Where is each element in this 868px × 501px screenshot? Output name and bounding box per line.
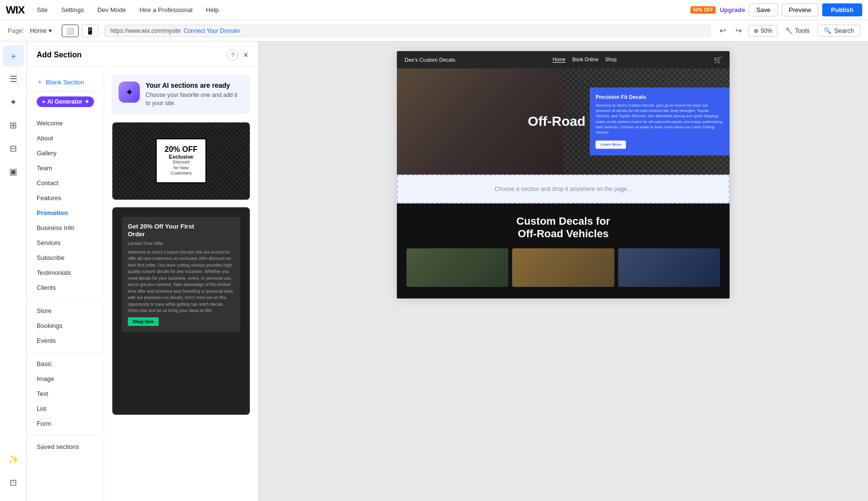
elements-sidebar-btn[interactable]: ⊞ xyxy=(3,115,24,136)
wrench-icon: 🔧 xyxy=(785,27,793,34)
second-bar-right: ↩ ↪ ⊕ 50% 🔧 Tools 🔍 Search xyxy=(717,24,860,37)
nav-item-subscribe[interactable]: Subscribe xyxy=(27,250,104,265)
url-text: https://www.wix.com/mysite xyxy=(110,27,181,34)
url-bar: https://www.wix.com/mysite Connect Your … xyxy=(104,25,711,37)
nav-item-gallery[interactable]: Gallery xyxy=(27,146,104,161)
card-dark-inner: Get 20% Off Your First Order Limited Tim… xyxy=(122,217,240,332)
discount-badge: 50% OFF xyxy=(691,6,716,14)
drop-zone-text: Choose a section and drop it anywhere on… xyxy=(495,186,632,192)
learn-more-btn[interactable]: Learn More xyxy=(596,141,626,149)
connect-domain-link[interactable]: Connect Your Domain xyxy=(184,27,240,34)
nav-item-bookings[interactable]: Bookings xyxy=(27,318,104,333)
zoom-button[interactable]: ⊕ 50% xyxy=(748,25,777,37)
panel-header: Add Section ? × xyxy=(27,41,258,67)
top-bar-right: 50% OFF Upgrade Save Preview Publish xyxy=(691,3,862,16)
nav-item-store[interactable]: Store xyxy=(27,303,104,318)
nav-item-image[interactable]: Image xyxy=(27,371,104,386)
panel-help-button[interactable]: ? xyxy=(227,49,238,61)
site-brand: Dee's Custom Decals xyxy=(405,57,455,63)
help-menu-btn[interactable]: Help xyxy=(201,4,224,15)
plus-icon: ＋ xyxy=(37,78,43,86)
tools-button[interactable]: 🔧 Tools xyxy=(781,25,813,36)
undo-button[interactable]: ↩ xyxy=(717,24,729,37)
save-button[interactable]: Save xyxy=(749,3,778,16)
nav-item-events[interactable]: Events xyxy=(27,333,104,348)
layers-sidebar-btn[interactable]: ⊡ xyxy=(3,472,24,493)
nav-item-testimonials[interactable]: Testimonials xyxy=(27,265,104,280)
search-button[interactable]: 🔍 Search xyxy=(817,25,860,37)
left-sidebar: ＋ ☰ ✦ ⊞ ⊟ ▣ ✨ ⊡ xyxy=(0,41,27,501)
site-hero: Off-Road Ready Precision Fit Decals Welc… xyxy=(397,68,730,175)
nav-item-form[interactable]: Form xyxy=(27,416,104,431)
bottom-img-3 xyxy=(618,248,720,287)
chevron-down-icon: ▾ xyxy=(49,27,52,34)
nav-item-services[interactable]: Services xyxy=(27,235,104,250)
ai-icon: ✦ xyxy=(119,81,140,103)
panel-nav-group: Welcome About Gallery Team Contact Featu… xyxy=(27,112,104,454)
ai-generator-label: AI Generator xyxy=(47,98,82,105)
upgrade-button[interactable]: Upgrade xyxy=(719,6,745,14)
ai-sidebar-btn[interactable]: ✨ xyxy=(3,449,24,470)
site-nav-book[interactable]: Book Online xyxy=(572,57,598,63)
cart-icon[interactable]: 🛒 xyxy=(714,56,722,64)
page-selector[interactable]: Home ▾ xyxy=(30,27,52,34)
nav-item-features[interactable]: Features xyxy=(27,190,104,205)
nav-item-clients[interactable]: Clients xyxy=(27,280,104,295)
panel-content: ✦ Your AI sections are ready Choose your… xyxy=(104,67,258,501)
site-nav-shop[interactable]: Shop xyxy=(605,57,616,63)
settings-menu-btn[interactable]: Settings xyxy=(56,4,89,15)
section-card-dark-text[interactable]: Get 20% Off Your First Order Limited Tim… xyxy=(112,207,250,415)
preview-button[interactable]: Preview xyxy=(782,3,818,16)
add-section-sidebar-btn[interactable]: ＋ xyxy=(3,45,24,67)
site-bottom-grid xyxy=(407,248,720,287)
hire-professional-btn[interactable]: Hire a Professional xyxy=(135,4,197,15)
panel-nav: ＋ Blank Section ✦ AI Generator ✦ Welcome… xyxy=(27,67,104,501)
sidebar-bottom: ✨ ⊡ xyxy=(3,449,24,497)
search-label: Search xyxy=(834,27,854,34)
redo-button[interactable]: ↪ xyxy=(732,24,745,37)
main-layout: ＋ ☰ ✦ ⊞ ⊟ ▣ ✨ ⊡ Add Section ? × ＋ Blank … xyxy=(0,41,868,501)
current-page-name: Home xyxy=(30,27,47,34)
wix-logo-text: WIX xyxy=(6,4,25,16)
add-section-panel: Add Section ? × ＋ Blank Section ✦ AI Gen… xyxy=(27,41,258,501)
card2-subline: Limited Time Offer xyxy=(128,241,234,247)
nav-item-promotion[interactable]: Promotion xyxy=(27,205,104,220)
site-nav-home[interactable]: Home xyxy=(553,57,566,63)
nav-item-team[interactable]: Team xyxy=(27,161,104,176)
blank-section-label: Blank Section xyxy=(46,79,84,86)
apps-sidebar-btn[interactable]: ⊟ xyxy=(3,138,24,159)
panel-header-actions: ? × xyxy=(227,49,248,61)
nav-item-contact[interactable]: Contact xyxy=(27,176,104,190)
nav-item-basic[interactable]: Basic xyxy=(27,356,104,371)
nav-item-saved[interactable]: Saved sections xyxy=(27,439,104,454)
ai-ready-desc: Choose your favorite one and add it to y… xyxy=(146,91,244,108)
pages-sidebar-btn[interactable]: ☰ xyxy=(3,68,24,90)
nav-item-text[interactable]: Text xyxy=(27,386,104,401)
publish-button[interactable]: Publish xyxy=(822,3,862,16)
media-sidebar-btn[interactable]: ▣ xyxy=(3,161,24,182)
bottom-img-1 xyxy=(407,248,508,287)
design-sidebar-btn[interactable]: ✦ xyxy=(3,92,24,113)
site-nav-links: Home Book Online Shop xyxy=(553,57,617,63)
view-icons: ⬜ 📱 xyxy=(62,25,98,37)
top-bar: WIX Site Settings Dev Mode Hire a Profes… xyxy=(0,0,868,20)
sparkle-large-icon: ✦ xyxy=(125,86,134,98)
section-card-promo-badge[interactable]: 20% OFF Exclusive Discount for New Custo… xyxy=(112,122,250,200)
canvas-area: Dee's Custom Decals Home Book Online Sho… xyxy=(258,41,868,501)
nav-item-welcome[interactable]: Welcome xyxy=(27,116,104,131)
desktop-view-btn[interactable]: ⬜ xyxy=(62,25,79,37)
nav-item-about[interactable]: About xyxy=(27,131,104,146)
bottom-img-2 xyxy=(512,248,614,287)
dev-mode-menu-btn[interactable]: Dev Mode xyxy=(93,4,131,15)
nav-item-list[interactable]: List xyxy=(27,401,104,416)
card2-cta: Shop Now xyxy=(128,317,159,326)
mobile-view-btn[interactable]: 📱 xyxy=(81,25,98,37)
promo-line1: Exclusive xyxy=(164,154,197,160)
ai-generator-btn[interactable]: ✦ AI Generator ✦ xyxy=(37,96,94,107)
blank-section-item[interactable]: ＋ Blank Section xyxy=(27,73,104,92)
panel-close-button[interactable]: × xyxy=(243,50,248,60)
site-menu-btn[interactable]: Site xyxy=(32,4,53,15)
zoom-level: 50% xyxy=(760,27,772,34)
ai-ready-text: Your AI sections are ready Choose your f… xyxy=(146,81,244,108)
nav-item-business-info[interactable]: Business Info xyxy=(27,220,104,235)
